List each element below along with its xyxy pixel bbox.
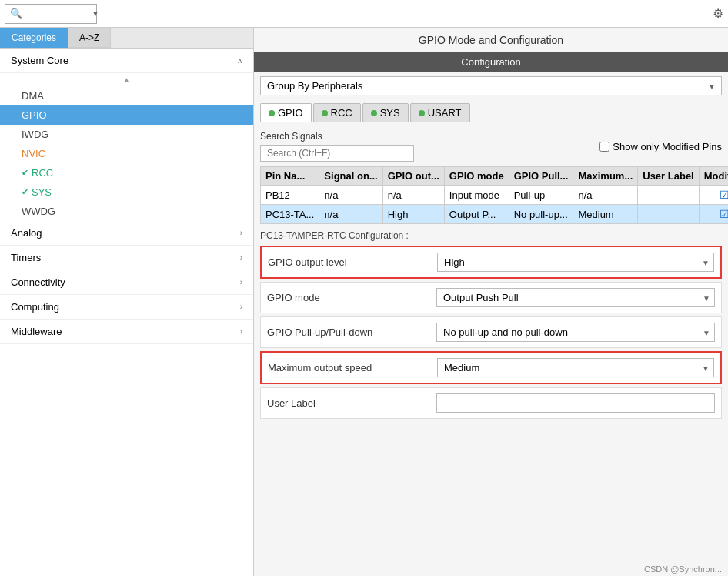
search-icon: 🔍 — [10, 8, 22, 19]
group-connectivity: Connectivity › — [0, 270, 253, 295]
group-system-core-label: System Core — [11, 55, 68, 66]
chevron-down-icon: ∧ — [237, 56, 242, 65]
cell-pin-pc13: PC13-TA... — [261, 205, 319, 224]
group-computing: Computing › — [0, 295, 253, 320]
ptab-sys-label: SYS — [380, 107, 400, 119]
ptab-usart-label: USART — [428, 107, 462, 119]
sidebar-item-gpio[interactable]: GPIO — [0, 105, 253, 125]
config-row-highlighted-speed: Maximum output speed Low Medium High ▼ — [260, 351, 722, 384]
table-header-row: Pin Na... Signal on... GPIO out... GPIO … — [261, 167, 729, 186]
ptab-gpio-label: GPIO — [278, 107, 303, 119]
gpio-pull-select[interactable]: No pull-up and no pull-down Pull-up Pull… — [436, 323, 715, 342]
gear-button[interactable]: ⚙ — [713, 6, 723, 21]
gpio-mode-select[interactable]: Output Push Pull Output Open Drain — [436, 288, 715, 307]
max-speed-select[interactable]: Low Medium High — [437, 358, 714, 377]
col-mode[interactable]: GPIO mode — [444, 167, 509, 186]
signal-table: Pin Na... Signal on... GPIO out... GPIO … — [260, 166, 728, 224]
signals-toolbar: Search Signals Show only Modified Pins — [260, 131, 722, 162]
dropdown-arrow: ▼ — [92, 9, 99, 18]
group-analog-label: Analog — [11, 227, 42, 239]
top-bar: 🔍 ▼ ⚙ — [0, 0, 728, 28]
config-row-gpio-mode-wrap: GPIO mode Output Push Pull Output Open D… — [260, 282, 722, 313]
gpio-output-level-label: GPIO output level — [268, 256, 437, 268]
gpio-output-level-select[interactable]: High Low — [437, 253, 714, 272]
gpio-mode-label: GPIO mode — [267, 292, 436, 303]
search-input[interactable] — [22, 8, 92, 19]
panel-title: GPIO Mode and Configuration — [254, 28, 728, 52]
group-analog: Analog › — [0, 221, 253, 246]
rcc-label: RCC — [32, 167, 53, 179]
config-section-header: Configuration — [254, 52, 728, 72]
user-label-input[interactable] — [436, 393, 715, 413]
col-modified[interactable]: Modified — [699, 167, 728, 186]
col-pull[interactable]: GPIO Pull... — [509, 167, 573, 186]
dma-label: DMA — [22, 90, 44, 102]
sidebar-item-dma[interactable]: DMA — [0, 86, 253, 105]
iwdg-label: IWDG — [22, 129, 48, 140]
chevron-right-icon-analog: › — [240, 229, 242, 237]
dot-rcc — [322, 110, 328, 116]
ptab-rcc-label: RCC — [331, 107, 352, 119]
signal-area: Search Signals Show only Modified Pins P… — [254, 126, 728, 562]
cell-mode-pb12: Input mode — [444, 186, 509, 205]
gpio-output-level-select-wrap: High Low ▼ — [437, 253, 714, 272]
cell-label-pc13 — [638, 205, 699, 224]
group-analog-header[interactable]: Analog › — [0, 221, 253, 246]
col-signal[interactable]: Signal on... — [319, 167, 382, 186]
search-signals-group: Search Signals — [260, 131, 414, 162]
config-row-user-label: User Label — [264, 390, 718, 417]
col-label[interactable]: User Label — [638, 167, 699, 186]
table-row[interactable]: PC13-TA... n/a High Output P... No pull-… — [261, 205, 729, 224]
table-row[interactable]: PB12 n/a n/a Input mode Pull-up n/a ☑ — [261, 186, 729, 205]
ptab-usart[interactable]: USART — [410, 103, 470, 122]
search-box[interactable]: 🔍 ▼ — [5, 4, 97, 24]
cell-signal-pb12: n/a — [319, 186, 382, 205]
chevron-right-icon-connectivity: › — [240, 278, 242, 286]
cell-pin-pb12: PB12 — [261, 186, 319, 205]
sidebar-item-rcc[interactable]: ✔ RCC — [0, 163, 253, 183]
signals-search-input[interactable] — [260, 145, 414, 162]
cell-signal-pc13: n/a — [319, 205, 382, 224]
dot-usart — [419, 110, 425, 116]
group-timers-header[interactable]: Timers › — [0, 246, 253, 270]
show-modified-label: Show only Modified Pins — [613, 141, 722, 152]
sidebar-item-nvic[interactable]: NVIC — [0, 144, 253, 163]
chevron-right-icon-middleware: › — [240, 327, 242, 336]
scroll-arrow-up: ▲ — [0, 73, 253, 86]
gpio-label: GPIO — [22, 109, 47, 121]
cell-mode-pc13: Output P... — [444, 205, 509, 224]
show-modified-checkbox[interactable] — [599, 142, 609, 152]
group-timers: Timers › — [0, 246, 253, 270]
pc13-config-title: PC13-TAMPER-RTC Configuration : — [260, 230, 722, 241]
tab-categories[interactable]: Categories — [0, 28, 68, 48]
group-system-core-header[interactable]: System Core ∧ — [0, 49, 253, 73]
group-middleware-header[interactable]: Middleware › — [0, 320, 253, 344]
sidebar-item-sys[interactable]: ✔ SYS — [0, 183, 253, 202]
col-max[interactable]: Maximum... — [573, 167, 638, 186]
config-row-user-label-wrap: User Label — [260, 387, 722, 419]
config-row-max-speed: Maximum output speed Low Medium High ▼ — [265, 354, 717, 381]
ptab-rcc[interactable]: RCC — [313, 103, 361, 122]
gpio-mode-select-wrap: Output Push Pull Output Open Drain ▼ — [436, 288, 715, 307]
col-output[interactable]: GPIO out... — [382, 167, 444, 186]
group-connectivity-header[interactable]: Connectivity › — [0, 270, 253, 295]
sidebar-item-wwdg[interactable]: WWDG — [0, 202, 253, 221]
col-pin[interactable]: Pin Na... — [261, 167, 319, 186]
show-modified-group: Show only Modified Pins — [599, 141, 722, 152]
group-computing-header[interactable]: Computing › — [0, 295, 253, 320]
group-by-select[interactable]: Group By Peripherals Group By Pin — [260, 76, 722, 95]
tab-atoz[interactable]: A->Z — [68, 28, 111, 48]
ptab-sys[interactable]: SYS — [362, 103, 409, 122]
sys-label: SYS — [32, 186, 52, 198]
sidebar-item-iwdg[interactable]: IWDG — [0, 125, 253, 144]
cell-output-pc13: High — [382, 205, 444, 224]
max-speed-label: Maximum output speed — [268, 362, 437, 373]
group-middleware: Middleware › — [0, 320, 253, 344]
ptab-gpio[interactable]: GPIO — [260, 103, 312, 122]
dot-gpio — [269, 110, 275, 116]
pc13-config-container: PC13-TAMPER-RTC Configuration : GPIO out… — [260, 230, 722, 419]
watermark: CSDN @Synchron... — [254, 562, 728, 576]
modified-check-pc13: ☑ — [720, 208, 728, 220]
right-panel: GPIO Mode and Configuration Configuratio… — [254, 28, 728, 576]
wwdg-label: WWDG — [22, 206, 55, 217]
